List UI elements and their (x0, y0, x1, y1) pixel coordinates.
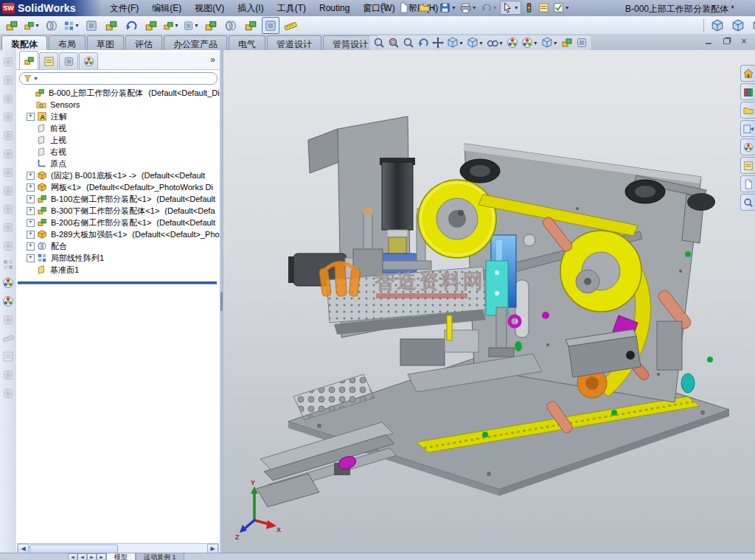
smart-fasteners-icon[interactable] (83, 17, 100, 34)
linear-component-pattern-icon[interactable]: ▼ (63, 17, 80, 34)
tab-scroll-start-button[interactable]: ◀ (68, 553, 77, 560)
tree-item-16[interactable]: 基准面1 (16, 264, 220, 276)
hole-wizard-icon[interactable] (1, 221, 15, 234)
zoom-to-area-icon[interactable] (387, 37, 400, 49)
expand-toggle[interactable]: + (27, 172, 35, 180)
open-folder-icon[interactable]: ▼ (417, 1, 437, 14)
apply-scene-icon[interactable]: ▼ (521, 37, 539, 49)
file-properties-icon[interactable] (537, 1, 551, 14)
tree-item-1[interactable]: B-000上部工作部分装配体(Default<Default_Di (16, 87, 220, 99)
command-tab-4[interactable]: 评估 (125, 35, 162, 50)
command-tab-7[interactable]: 管道设计 (267, 35, 321, 50)
tree-item-13[interactable]: +B-289大板加强筋<1>(Default<<Default>_Pho (16, 228, 220, 240)
view-palette-icon[interactable] (740, 120, 755, 137)
search-assistant-icon[interactable] (740, 194, 755, 211)
panel-tab-configurationmanager[interactable] (59, 52, 78, 69)
render-tools-icon[interactable] (1, 295, 15, 308)
panel-tab-displaymanager[interactable] (79, 52, 98, 69)
boss-extrude-icon[interactable] (1, 55, 15, 69)
rib-icon[interactable] (1, 166, 15, 179)
tab-scroll-end-button[interactable]: ▶ (97, 553, 106, 560)
tree-item-6[interactable]: 右视 (16, 146, 220, 158)
model-part-tape-reel-left[interactable] (418, 180, 496, 258)
view-orientation-icon[interactable]: ▼ (446, 37, 465, 49)
study-tab-1[interactable]: 模型 (106, 553, 136, 560)
mate-icon[interactable] (43, 17, 60, 34)
expand-toggle[interactable]: + (27, 254, 35, 262)
pan-icon[interactable] (431, 37, 445, 49)
bill-of-materials-icon[interactable] (222, 17, 240, 34)
measure-tool-icon[interactable] (1, 332, 15, 345)
restore-button[interactable] (720, 36, 733, 46)
command-tab-5[interactable]: 办公室产品 (164, 35, 227, 50)
new-document-icon[interactable]: ▼ (397, 1, 417, 14)
show-hidden-components-icon[interactable] (142, 17, 160, 34)
tree-item-5[interactable]: 上视 (16, 134, 220, 146)
hide-show-items-icon[interactable]: ▼ (486, 37, 504, 49)
expand-toggle[interactable]: + (27, 195, 35, 203)
assembly-visualization-icon[interactable] (560, 37, 574, 49)
expand-toggle[interactable]: + (27, 231, 35, 239)
shell-icon[interactable] (1, 184, 15, 197)
panel-expand-chevron[interactable]: » (210, 55, 215, 65)
edit-component-icon[interactable] (3, 17, 21, 34)
expand-toggle[interactable]: + (27, 242, 35, 251)
tree-item-11[interactable]: +B-300下侧工作部分装配体<1>(Default<Defa (16, 205, 220, 217)
study-tab-2[interactable]: 运动算例 1 (136, 553, 184, 560)
section-view-icon[interactable] (575, 37, 588, 49)
save-icon[interactable]: ▼ (438, 1, 458, 14)
sweep-icon[interactable] (1, 92, 15, 105)
measure-icon[interactable] (282, 17, 299, 34)
tree-item-7[interactable]: 原点 (16, 158, 220, 169)
tab-scroll-right-button[interactable]: ▶ (87, 553, 97, 560)
tree-item-12[interactable]: +B-200右侧工作部分装配<1>(Default<Default (16, 217, 220, 228)
appearance-target-icon[interactable] (1, 276, 15, 290)
revolve-icon[interactable] (1, 74, 15, 87)
command-tab-6[interactable]: 电气 (229, 35, 265, 50)
tree-item-14[interactable]: +配合 (16, 240, 220, 252)
document-recovery-icon[interactable] (740, 175, 755, 192)
rollback-bar[interactable] (18, 281, 217, 284)
tree-item-15[interactable]: +局部线性阵列1 (16, 252, 220, 264)
rebuild-traffic-light-icon[interactable] (522, 1, 536, 14)
section-view-cube-icon[interactable] (750, 17, 755, 34)
search-icon[interactable] (380, 2, 389, 13)
draft-icon[interactable] (1, 203, 15, 216)
expand-toggle[interactable]: + (27, 183, 35, 192)
tree-item-8[interactable]: +(固定) B-001底板<1> ->(Default<<Default (16, 169, 220, 181)
menu-2[interactable]: 编辑(E) (145, 0, 188, 16)
rotate-component-icon[interactable] (122, 17, 140, 34)
loft-icon[interactable] (1, 111, 15, 124)
instant3d-arrow-icon[interactable] (709, 17, 726, 34)
exploded-view-icon[interactable] (242, 17, 260, 34)
reference-geometry-icon[interactable]: ▼ (182, 17, 200, 34)
zoom-to-fit-icon[interactable] (372, 37, 386, 49)
section-tool-icon[interactable] (1, 313, 15, 326)
expand-toggle[interactable]: + (27, 219, 35, 227)
close-button[interactable]: × (737, 36, 751, 46)
equations-icon[interactable] (1, 368, 15, 382)
tree-item-2[interactable]: Sensors (16, 99, 220, 111)
menu-4[interactable]: 插入(I) (231, 0, 270, 16)
display-style-icon[interactable]: ▼ (466, 37, 484, 49)
command-tab-3[interactable]: 草图 (87, 35, 124, 50)
tree-item-4[interactable]: 前视 (16, 122, 220, 134)
tree-item-10[interactable]: +B-100左侧工作部分装配<1>(Default<Default (16, 193, 220, 205)
tree-item-3[interactable]: +A注解 (16, 111, 220, 122)
menu-3[interactable]: 视图(V) (188, 0, 231, 16)
undo-icon[interactable]: ▼ (479, 1, 499, 14)
mirror-feature-icon[interactable] (1, 239, 15, 253)
print-icon[interactable]: ▼ (459, 1, 479, 14)
graphics-viewport[interactable]: 智造资料网 Y X Z (223, 50, 755, 553)
panel-tab-propertymanager[interactable] (39, 52, 58, 69)
rotate-view-icon[interactable] (417, 37, 430, 49)
menu-6[interactable]: Routing (313, 1, 356, 15)
select-cursor-icon[interactable]: ▼ (500, 1, 521, 15)
model-part-roller-black-far[interactable] (687, 193, 715, 211)
menu-5[interactable]: 工具(T) (271, 0, 313, 16)
options-list-icon[interactable]: ▼ (552, 1, 571, 14)
solidworks-resources-home-icon[interactable] (740, 65, 755, 82)
insert-component-icon[interactable]: ▼ (23, 17, 41, 34)
zoom-in-out-icon[interactable] (402, 37, 415, 49)
chamfer-icon[interactable] (1, 147, 15, 161)
